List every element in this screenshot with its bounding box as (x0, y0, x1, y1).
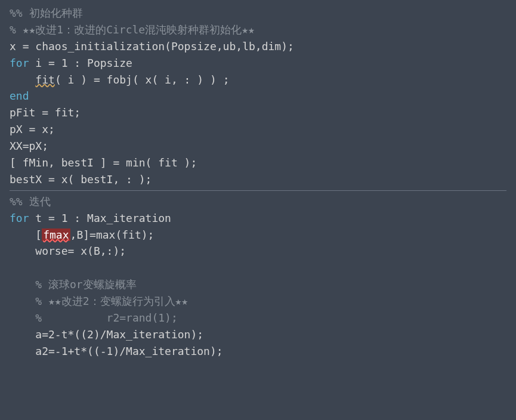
section-divider (10, 190, 506, 191)
code-line: for i = 1 : Popsize (10, 55, 506, 72)
code-line: [fmax,B]=max(fit); (10, 227, 506, 243)
code-text: ,B]=max(fit); (70, 228, 155, 241)
code-text: i = 1 : Popsize (29, 57, 132, 69)
section-comment: %% 迭代 (10, 195, 51, 208)
keyword-for: for (10, 57, 29, 69)
code-text: XX=pX; (10, 140, 48, 152)
comment-text: % ★★改进1：改进的Circle混沌映射种群初始化★★ (10, 23, 255, 36)
keyword-for: for (10, 212, 29, 224)
code-line: % 滚球or变螺旋概率 (10, 276, 506, 293)
code-line: fit( i ) = fobj( x( i, : ) ) ; (10, 72, 506, 88)
code-line: for t = 1 : Max_iteration (10, 210, 506, 227)
code-line: %% 初始化种群 (10, 5, 506, 21)
comment-text: % ★★改进2：变螺旋行为引入★★ (10, 295, 188, 307)
code-line: % ★★改进1：改进的Circle混沌映射种群初始化★★ (10, 21, 506, 38)
code-line: a=2-t*((2)/Max_iteration); (10, 326, 506, 343)
code-text: pX = x; (10, 123, 55, 135)
section-comment: %% 初始化种群 (10, 7, 83, 19)
code-text: a=2-t*((2)/Max_iteration); (10, 328, 203, 341)
code-text: x = chaos_initialization(Popsize,ub,lb,d… (10, 40, 294, 52)
comment-text: % 滚球or变螺旋概率 (10, 278, 137, 291)
code-line: worse= x(B,:); (10, 243, 506, 260)
code-line: % ★★改进2：变螺旋行为引入★★ (10, 293, 506, 310)
code-line: pX = x; (10, 121, 506, 138)
code-text: [ (10, 228, 42, 241)
code-line: [ fMin, bestI ] = min( fit ); (10, 155, 506, 171)
code-line: a2=-1+t*((-1)/Max_iteration); (10, 343, 506, 360)
code-line: bestX = x( bestI, : ); (10, 171, 506, 188)
error-text: fmax (42, 228, 70, 241)
code-text: [ fMin, bestI ] = min( fit ); (10, 156, 197, 169)
code-line: pFit = fit; (10, 104, 506, 121)
code-text: a2=-1+t*((-1)/Max_iteration); (10, 345, 223, 357)
code-text (10, 261, 35, 274)
code-text: worse= x(B,:); (10, 245, 126, 257)
comment-text: % r2=rand(1); (10, 311, 178, 324)
code-text: pFit = fit; (10, 106, 81, 119)
indent (10, 73, 35, 86)
code-line: XX=pX; (10, 138, 506, 155)
code-text: ( i ) = fobj( x( i, : ) ) ; (55, 73, 230, 86)
keyword-end: end (10, 89, 29, 102)
code-line: x = chaos_initialization(Popsize,ub,lb,d… (10, 38, 506, 55)
code-text: bestX = x( bestI, : ); (10, 173, 152, 186)
code-line: % r2=rand(1); (10, 310, 506, 326)
code-line: %% 迭代 (10, 193, 506, 210)
code-line (10, 260, 506, 276)
code-editor[interactable]: %% 初始化种群 % ★★改进1：改进的Circle混沌映射种群初始化★★ x … (0, 0, 516, 365)
warning-text: fit (35, 73, 55, 86)
code-text: t = 1 : Max_iteration (29, 212, 171, 224)
code-line: end (10, 88, 506, 104)
